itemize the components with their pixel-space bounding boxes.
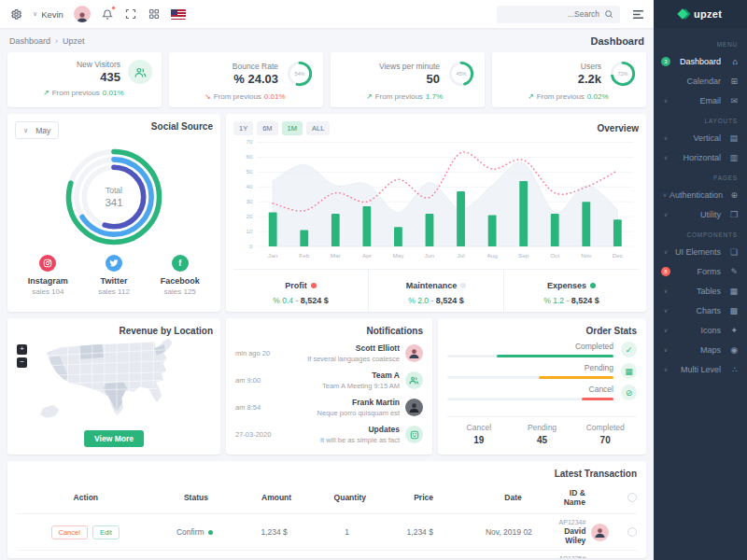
avatar	[591, 524, 609, 541]
sidebar: upzet MENU3Dashboard⌂Calendar⊞∨Email✉LAY…	[654, 0, 747, 560]
chevron-down-icon: ∨	[33, 10, 37, 18]
order-stat-pending: Pending ▦	[447, 363, 637, 379]
stat-title: Views per minute	[379, 62, 440, 71]
notification-item[interactable]: min ago 20 Scott ElliottIf several langu…	[235, 340, 423, 367]
sidebar-item-vertical[interactable]: ∨Vertical▤	[654, 128, 747, 147]
slash-circle-icon: ⊘	[621, 385, 637, 400]
card-title: Social Source	[151, 121, 213, 132]
notification-item[interactable]: 27-03-2020 UpdatesIt will be as simple a…	[235, 421, 423, 448]
breadcrumb-item[interactable]: Dashboard	[9, 36, 50, 46]
sidebar-item-calendar[interactable]: Calendar⊞	[654, 71, 747, 91]
topbar-right	[497, 6, 644, 23]
social-item-facebook[interactable]: f Facebook sales 125	[147, 255, 213, 296]
donut-total-value: 341	[105, 197, 122, 208]
sidebar-item-forms[interactable]: 8Forms✎	[654, 261, 747, 281]
user-menu[interactable]: ∨ Kevin	[33, 9, 63, 20]
sidebar-item-ui-elements[interactable]: ∨UI Elements❏	[654, 242, 747, 261]
sidebar-item-label: Dashboard	[671, 57, 721, 66]
sidebar-item-dashboard[interactable]: 3Dashboard⌂	[654, 51, 747, 71]
tab-1y[interactable]: 1Y	[233, 121, 253, 135]
notifications-bell-icon[interactable]	[101, 7, 114, 21]
tab-1m[interactable]: 1M	[282, 121, 303, 135]
social-item-instagram[interactable]: Instagram sales 104	[15, 255, 81, 296]
vertical-icon: ▤	[726, 133, 738, 143]
stat-card-new-visitors: New Visitors 435 ↗ From previous 0.01%	[7, 52, 162, 107]
order-stat-completed: Completed ✓	[447, 342, 637, 357]
tab-all[interactable]: ALL	[306, 121, 330, 135]
trend-up-icon: ↗	[366, 92, 373, 101]
user-name: Kevin	[41, 9, 63, 20]
stat-title: Bounce Rate	[233, 62, 278, 71]
calendar-icon: ▦	[621, 363, 637, 379]
main-area: ∨ Kevin	[0, 0, 654, 560]
sidebar-item-charts[interactable]: ∨Charts▩	[654, 301, 747, 320]
chevron-down-icon: ∨	[23, 127, 28, 134]
content: New Visitors 435 ↗ From previous 0.01%	[0, 50, 654, 560]
breadcrumb-item[interactable]: Upzet	[63, 36, 85, 46]
sidebar-item-label: Icons	[671, 326, 721, 335]
legend-dot	[590, 283, 596, 288]
fullscreen-icon[interactable]	[124, 7, 137, 21]
sidebar-item-horizontal[interactable]: ∨Horizontal▥	[654, 147, 747, 167]
tab-6m[interactable]: 6M	[257, 121, 277, 135]
stat-value: 2.2k	[578, 72, 601, 86]
social-source-card: ∨ May Social Source	[7, 114, 220, 312]
social-item-twitter[interactable]: Twitter sales 112	[81, 255, 148, 296]
team-icon	[405, 371, 423, 389]
map-zoom-in-button[interactable]: +	[17, 344, 27, 355]
sidebar-item-utility[interactable]: ∨Utility❒	[654, 204, 747, 224]
language-flag-us[interactable]	[171, 9, 186, 20]
authentication-icon: ⊕	[727, 190, 738, 200]
middle-row: ∨ May Social Source	[7, 114, 646, 312]
month-select[interactable]: ∨ May	[15, 121, 59, 139]
order-stats-summary: Cancel19 Pending45 Completed70	[447, 416, 637, 447]
svg-text:60: 60	[246, 153, 253, 160]
upzet-logo-icon	[679, 9, 689, 20]
sidebar-item-authentication[interactable]: ∨Authentication⊕	[654, 185, 747, 204]
settings-gear-icon[interactable]	[9, 7, 22, 21]
legend-expenses: Expenses % 1.2 - 8,524 $	[503, 270, 639, 312]
svg-text:Mar: Mar	[331, 252, 341, 259]
map-zoom-out-button[interactable]: −	[17, 357, 27, 368]
card-title: Overview	[598, 123, 639, 133]
check-circle-icon: ✓	[621, 342, 637, 357]
brand[interactable]: upzet	[654, 0, 747, 28]
tables-icon: ▦	[726, 287, 738, 296]
notification-item[interactable]: am 8:54 Frank MartinNeque porro quisquam…	[235, 394, 423, 421]
cancel-button[interactable]: Cancel	[51, 525, 88, 539]
sidebar-section-label: COMPONENTS	[654, 224, 747, 242]
topbar: ∨ Kevin	[0, 0, 654, 28]
sidebar-item-tables[interactable]: ∨Tables▦	[654, 281, 747, 301]
bell-badge-dot	[111, 6, 116, 10]
sidebar-item-icons[interactable]: ∨Icons✦	[654, 320, 747, 340]
sidebar-item-label: Horizontal	[671, 153, 721, 162]
horizontal-icon: ▥	[726, 153, 738, 162]
apps-grid-icon[interactable]	[148, 7, 161, 21]
trend-up-icon: ↗	[528, 92, 534, 101]
sidebar-item-multi-level[interactable]: ∨Multi Level∴	[654, 359, 747, 379]
svg-text:Jan: Jan	[268, 252, 278, 259]
sidebar-item-label: Multi Level	[671, 365, 721, 374]
row-checkbox[interactable]	[627, 527, 637, 537]
breadcrumb: Dashboard › Upzet	[9, 36, 85, 46]
select-all-checkbox[interactable]	[627, 493, 637, 502]
edit-button[interactable]: Edit	[92, 525, 120, 539]
svg-text:70: 70	[246, 139, 253, 146]
menu-badge: 3	[661, 57, 670, 66]
view-more-button[interactable]: View More	[84, 430, 144, 447]
twitter-icon	[106, 255, 122, 272]
chevron-down-icon: ∨	[664, 248, 668, 255]
user-avatar[interactable]	[74, 6, 91, 22]
notification-item[interactable]: am 9:00 Team ATeam A Meeting 9:15 AM	[235, 367, 423, 394]
search-input[interactable]	[515, 9, 599, 19]
sidebar-section-label: LAYOUTS	[654, 110, 747, 128]
overview-chart: 010203040506070JanFebMarAprMayJunJulAugS…	[233, 137, 639, 267]
trend-up-icon: ↗	[43, 89, 49, 97]
sidebar-item-email[interactable]: ∨Email✉	[654, 91, 747, 110]
sidebar-item-maps[interactable]: ∨Maps◉	[654, 340, 747, 359]
search-box[interactable]	[497, 6, 620, 23]
hamburger-menu-icon[interactable]	[631, 7, 644, 21]
updates-icon	[405, 426, 423, 443]
sidebar-item-label: Tables	[671, 287, 721, 296]
us-map[interactable]	[32, 338, 213, 433]
